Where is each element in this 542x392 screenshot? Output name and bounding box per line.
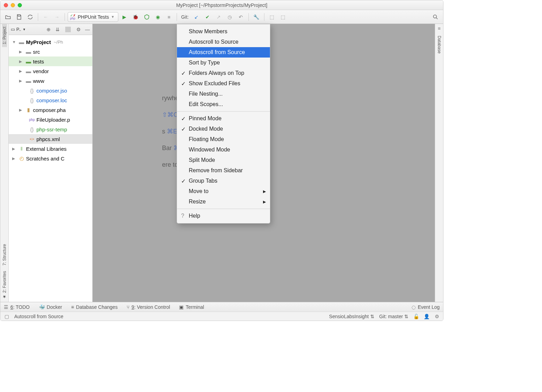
tab-database-changes[interactable]: ≡Database Changes (71, 304, 118, 310)
chevron-right-icon[interactable]: ▶ (19, 50, 24, 54)
menu-pinned-mode[interactable]: Pinned Mode (177, 113, 270, 124)
menu-windowed-mode[interactable]: Windowed Mode (177, 145, 270, 155)
menu-floating-mode[interactable]: Floating Mode (177, 134, 270, 145)
tool-windows-icon[interactable]: ▢ (4, 314, 9, 319)
debug-icon[interactable]: 🐞 (131, 12, 141, 22)
tab-docker[interactable]: 🐳Docker (39, 304, 62, 310)
separator (264, 13, 264, 21)
editor-empty-area[interactable]: rywhere Double ⇧ ⇧⌘O s ⌘E Bar ⌘↑ ere to … (93, 24, 435, 302)
chevron-right-icon[interactable]: ▶ (12, 147, 17, 151)
menu-resize[interactable]: Resize (177, 197, 270, 207)
gutter-tab-structure[interactable]: 7: Structure (2, 241, 7, 268)
list-icon: ☰ (4, 304, 8, 310)
status-bar: ▢ Autoscroll from Source SensioLabsInsig… (0, 312, 443, 321)
hide-icon[interactable]: — (85, 27, 90, 32)
tree-file-composer-lock[interactable]: {}composer.loc (9, 95, 92, 105)
settings-icon[interactable]: 🔧 (252, 12, 261, 22)
run-config-selector[interactable]: ✓✗php PHPUnit Tests ▼ (68, 12, 118, 22)
menu-file-nesting[interactable]: File Nesting... (177, 89, 270, 99)
folder-icon: ▬ (25, 49, 32, 55)
tab-terminal[interactable]: ▣Terminal (179, 304, 204, 310)
branch-icon: ⑂ (127, 304, 129, 310)
json-file-icon: {} (29, 87, 35, 94)
git-push-icon[interactable]: ↗ (214, 12, 223, 22)
coverage-icon[interactable] (142, 12, 152, 22)
git-pull-icon[interactable]: ↙ (192, 12, 201, 22)
inspector-icon[interactable]: 👤 (424, 314, 429, 319)
xml-file-icon: <> (29, 136, 35, 142)
tree-file-phpcs[interactable]: <>phpcs.xml (9, 134, 92, 144)
git-commit-icon[interactable]: ✔ (203, 12, 212, 22)
chevron-right-icon[interactable]: ▶ (19, 59, 24, 64)
gear-icon[interactable]: ⚙ (76, 27, 81, 32)
json-file-icon: {} (29, 126, 35, 132)
menu-folders-on-top[interactable]: Folders Always on Top (177, 68, 270, 78)
menu-split-mode[interactable]: Split Mode (177, 155, 270, 165)
gutter-tab-favorites[interactable]: ★ 2: Favorites (2, 268, 7, 302)
status-sensio[interactable]: SensioLabsInsight ⇅ (329, 314, 374, 319)
run-icon[interactable]: ▶ (120, 12, 129, 22)
tab-event-log[interactable]: ◌Event Log (412, 304, 440, 310)
terminal-icon: ▣ (179, 304, 184, 310)
menu-help[interactable]: Help (177, 211, 270, 221)
archive-icon: ▮ (25, 107, 32, 113)
undo-icon[interactable]: ↶ (236, 12, 246, 22)
status-git-branch[interactable]: Git: master ⇅ (379, 314, 408, 319)
menu-sort-by-type[interactable]: Sort by Type (177, 58, 270, 68)
tree-file-fileuploader[interactable]: phpFileUploader.p (9, 115, 92, 124)
separator (248, 13, 249, 21)
menu-docked-mode[interactable]: Docked Mode (177, 124, 270, 134)
tree-folder-src[interactable]: ▶▬src (9, 47, 92, 56)
menu-remove-sidebar[interactable]: Remove from Sidebar (177, 165, 270, 176)
structure-toolbar-icon[interactable]: ⬚ (267, 12, 277, 22)
stop-icon[interactable]: ■ (164, 12, 174, 22)
tab-todo[interactable]: ☰6: TODO (4, 304, 30, 310)
docker-icon: 🐳 (39, 304, 45, 310)
tree-file-php-ssr[interactable]: {}php-ssr-temp (9, 124, 92, 134)
tree-file-composer-json[interactable]: {}composer.jso (9, 86, 92, 95)
open-icon[interactable] (3, 12, 13, 22)
chevron-right-icon[interactable]: ▶ (19, 108, 24, 112)
database-icon: ≡ (436, 25, 442, 32)
menu-show-members[interactable]: Show Members (177, 26, 270, 37)
menu-move-to[interactable]: Move to (177, 186, 270, 197)
git-history-icon[interactable]: ◷ (225, 12, 235, 22)
gutter-tab-database[interactable]: Database (437, 33, 442, 56)
tree-folder-vendor[interactable]: ▶▬vendor (9, 66, 92, 76)
window-icon: ▭ (11, 27, 15, 32)
tree-folder-www[interactable]: ▶▬www (9, 76, 92, 86)
tree-external-libraries[interactable]: ▶⦀External Libraries (9, 144, 92, 154)
svg-point-0 (433, 15, 437, 18)
menu-show-excluded[interactable]: Show Excluded Files (177, 78, 270, 89)
chevron-down-icon: ▼ (111, 15, 115, 19)
menu-group-tabs[interactable]: Group Tabs (177, 176, 270, 186)
chevron-right-icon[interactable]: ▶ (19, 79, 24, 83)
tree-file-composer-phar[interactable]: ▶▮composer.pha (9, 105, 92, 115)
chevron-down-icon[interactable]: ▼ (12, 40, 17, 44)
menu-edit-scopes[interactable]: Edit Scopes... (177, 99, 270, 110)
tree-folder-tests[interactable]: ▶▬tests (9, 56, 92, 66)
tree-path: ~/Ph (54, 40, 63, 45)
menu-autoscroll-to-source[interactable]: Autoscroll to Source (177, 37, 270, 47)
search-icon[interactable] (431, 12, 440, 22)
project-tree[interactable]: ▼ ▬ MyProject ~/Ph ▶▬src ▶▬tests ▶▬vendo… (9, 35, 92, 302)
tree-scratches[interactable]: ▶◴Scratches and C (9, 154, 92, 163)
tab-version-control[interactable]: ⑂9: Version Control (127, 304, 170, 310)
gear-icon[interactable]: ⚙ (434, 314, 440, 319)
menu-autoscroll-from-source[interactable]: Autoscroll from Source (177, 47, 270, 58)
phpunit-icon: ✓✗php (70, 14, 76, 20)
save-icon[interactable] (14, 12, 24, 22)
chevron-right-icon[interactable]: ▶ (19, 69, 24, 73)
tree-root[interactable]: ▼ ▬ MyProject ~/Ph (9, 37, 92, 47)
profile-icon[interactable]: ◉ (153, 12, 163, 22)
chevron-right-icon[interactable]: ▶ (12, 156, 17, 161)
structure-toolbar-icon-2[interactable]: ⬚ (278, 12, 288, 22)
target-icon[interactable]: ⊕ (46, 27, 51, 32)
sync-icon[interactable] (25, 12, 35, 22)
lock-icon[interactable]: 🔓 (413, 314, 419, 319)
collapse-icon[interactable]: ⇊ (55, 27, 60, 32)
back-icon[interactable]: ← (41, 12, 51, 22)
project-view-selector[interactable]: ▭ P.. ▼ (11, 27, 26, 32)
forward-icon[interactable]: → (52, 12, 62, 22)
gutter-tab-project[interactable]: 1: Project (2, 24, 7, 47)
